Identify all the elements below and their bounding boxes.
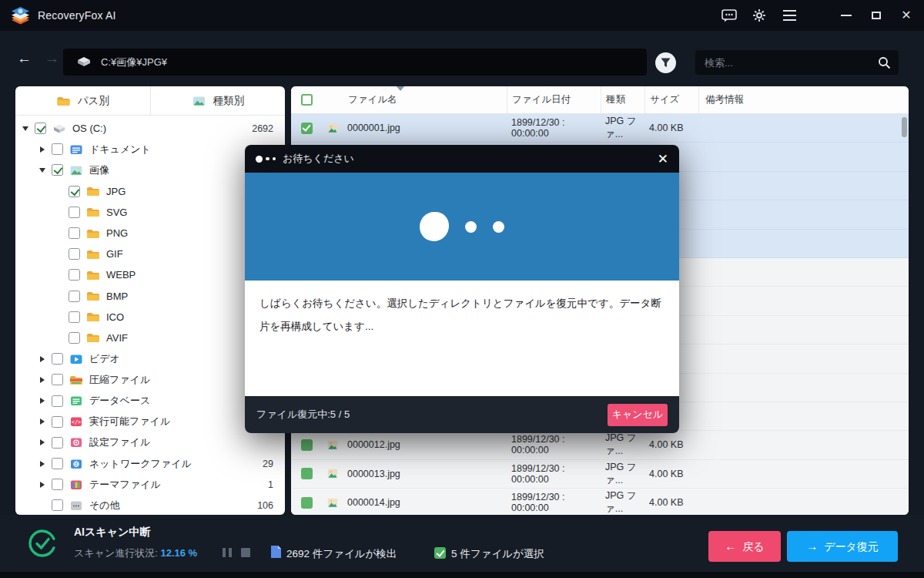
dialog-message: しばらくお待ちください。選択したディレクトリとファイルを復元中です。データ断片を… (259, 292, 665, 338)
tree-checkbox[interactable] (69, 227, 80, 239)
file-name-cell: 0000013.jpg (322, 460, 507, 488)
column-header-2[interactable]: ファイル日付 (507, 86, 601, 113)
tree-item-ネットワークファイル[interactable]: ネットワークファイル29 (15, 453, 285, 474)
row-checkbox-cell (291, 489, 322, 515)
expander-right-icon[interactable] (38, 482, 46, 488)
folder-exe-icon: </> (69, 415, 83, 428)
tab-by-type[interactable]: 種類別 (150, 86, 286, 115)
tree-checkbox[interactable] (69, 269, 80, 281)
dialog-title: お待ちください (283, 152, 354, 166)
back-button[interactable]: ←戻る (708, 531, 781, 562)
recovery-progress-text: ファイル復元中:5 / 5 (256, 408, 350, 422)
tree-checkbox[interactable] (35, 123, 46, 134)
tree-item-label: JPG (106, 186, 126, 197)
file-size: 4.00 KB (644, 114, 698, 142)
close-icon[interactable]: ✕ (898, 7, 915, 24)
expander-right-icon[interactable] (38, 398, 46, 404)
expander-right-icon[interactable] (38, 356, 46, 362)
tree-checkbox[interactable] (69, 311, 80, 323)
menu-icon[interactable] (781, 7, 798, 24)
image-icon (192, 95, 206, 107)
file-info (698, 431, 909, 459)
tree-item-その他[interactable]: その他106 (15, 495, 285, 515)
expander-right-icon[interactable] (38, 461, 46, 467)
file-row-0000012.jpg[interactable]: 0000012.jpg1899/12/30 : 00:00:00JPG ファ..… (291, 431, 909, 459)
tree-checkbox[interactable] (69, 332, 80, 344)
table-header: ファイル名ファイル日付種類サイズ備考情報 (291, 86, 909, 114)
tree-checkbox[interactable] (69, 207, 80, 218)
tree-checkbox[interactable] (52, 143, 63, 155)
vertical-scrollbar-thumb[interactable] (902, 117, 907, 137)
column-header-5[interactable]: 備考情報 (698, 86, 909, 113)
scan-status-title: AIスキャン中断 (74, 526, 150, 539)
select-all-checkbox[interactable] (301, 94, 313, 106)
back-arrow-icon[interactable]: ← (17, 51, 32, 66)
dialog-title-bar: お待ちください ✕ (245, 145, 679, 173)
tree-checkbox[interactable] (52, 395, 63, 407)
tree-checkbox[interactable] (69, 291, 80, 302)
tree-checkbox[interactable] (69, 248, 80, 260)
tree-checkbox[interactable] (52, 437, 63, 449)
stop-icon[interactable] (241, 548, 250, 557)
expander-right-icon[interactable] (38, 377, 46, 383)
tree-item-設定ファイル[interactable]: 設定ファイル (15, 432, 285, 453)
path-input[interactable]: C:¥画像¥JPG¥ (63, 49, 647, 76)
column-header-4[interactable]: サイズ (644, 86, 698, 113)
row-checkbox[interactable] (301, 468, 313, 479)
tree-checkbox[interactable] (52, 416, 63, 428)
tree-item-label: GIF (106, 248, 123, 260)
select-all-header[interactable] (291, 86, 322, 113)
file-row-0000001.jpg[interactable]: 0000001.jpg1899/12/30 : 00:00:00JPG ファ..… (291, 114, 909, 143)
file-name: 0000014.jpg (347, 497, 400, 508)
maximize-icon[interactable] (868, 7, 885, 24)
folder-icon (86, 311, 100, 323)
expander-right-icon[interactable] (38, 439, 46, 445)
expander-right-icon[interactable] (38, 146, 46, 153)
expander-down-icon[interactable] (22, 126, 29, 131)
scan-progress-value: 12.16 % (160, 547, 197, 559)
tree-item-label: PNG (106, 227, 128, 239)
forward-arrow-icon[interactable]: → (45, 51, 59, 66)
minimize-icon[interactable] (838, 7, 855, 24)
row-checkbox[interactable] (301, 497, 313, 509)
settings-gear-icon[interactable] (751, 7, 768, 24)
row-checkbox[interactable] (301, 439, 313, 451)
column-header-1[interactable]: ファイル名 (322, 86, 507, 113)
pause-icon[interactable] (223, 548, 232, 557)
tree-checkbox[interactable] (52, 499, 63, 511)
expander-down-icon[interactable] (38, 168, 46, 173)
tree-item-count: 2692 (252, 123, 273, 134)
file-row-0000013.jpg[interactable]: 0000013.jpg1899/12/30 : 00:00:00JPG ファ..… (291, 460, 909, 489)
tree-item-label: OS (C:) (72, 123, 106, 134)
column-header-3[interactable]: 種類 (601, 86, 644, 113)
folder-icon (86, 185, 100, 197)
tab-by-path[interactable]: パス別 (15, 86, 150, 115)
tree-item-label: その他 (89, 499, 120, 512)
tree-item-count: 29 (263, 459, 273, 469)
folder-theme-icon (69, 479, 83, 491)
row-checkbox[interactable] (301, 123, 313, 134)
file-type: JPG ファ... (601, 114, 644, 142)
search-input[interactable] (705, 57, 878, 69)
search-icon[interactable] (878, 56, 891, 69)
tree-checkbox[interactable] (52, 479, 63, 490)
file-row-0000014.jpg[interactable]: 0000014.jpg1899/12/30 : 00:00:00JPG ファ..… (291, 489, 909, 515)
tree-checkbox[interactable] (52, 374, 63, 385)
tree-checkbox[interactable] (52, 353, 63, 365)
filter-funnel-icon[interactable] (655, 52, 676, 73)
cancel-button[interactable]: キャンセル (608, 404, 668, 426)
title-bar: RecoveryFox AI ✕ (0, 0, 924, 31)
tree-checkbox[interactable] (69, 186, 80, 197)
tree-checkbox[interactable] (52, 164, 63, 176)
tree-checkbox[interactable] (52, 458, 63, 469)
window-bottom-edge (0, 572, 924, 578)
chat-icon[interactable] (721, 7, 738, 24)
data-recover-button[interactable]: →データ復元 (787, 531, 898, 562)
tree-item-テーマファイル[interactable]: テーマファイル1 (15, 474, 285, 495)
tree-item-label: ICO (106, 311, 124, 323)
expander-right-icon[interactable] (38, 418, 46, 425)
tree-item-label: ドキュメント (89, 143, 151, 156)
tree-item-OS (C:)[interactable]: OS (C:)2692 (15, 118, 285, 139)
files-detected-text: 2692 件ファイルが検出 (286, 547, 397, 561)
dialog-close-icon[interactable]: ✕ (658, 151, 668, 167)
